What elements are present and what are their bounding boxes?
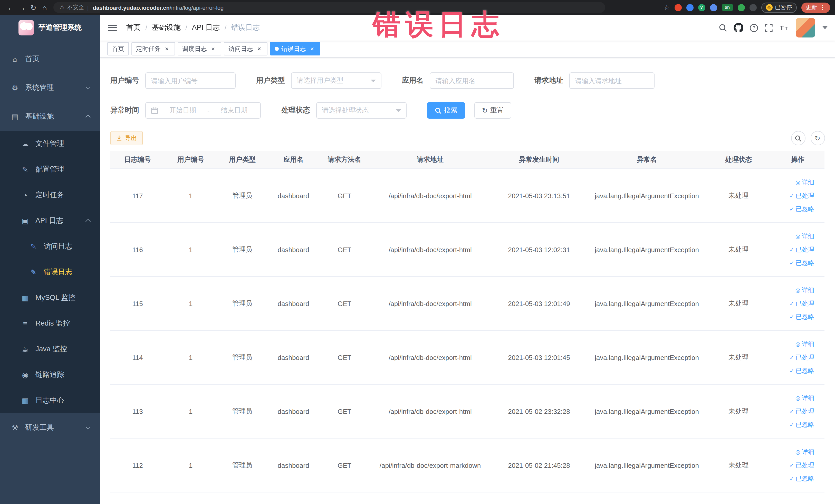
- user-id-label: 用户编号: [110, 76, 139, 85]
- sidebar-logo[interactable]: 芋道管理系统: [0, 15, 100, 41]
- browser-reload-icon[interactable]: ↻: [28, 3, 39, 12]
- tab-close-icon[interactable]: ×: [209, 45, 217, 53]
- sidebar-item-link-tracing[interactable]: ◉ 链路追踪: [0, 362, 100, 388]
- sidebar-item-home[interactable]: ⌂ 首页: [0, 45, 100, 74]
- breadcrumb-item[interactable]: 基础设施: [152, 23, 181, 32]
- request-url-input[interactable]: [569, 73, 655, 89]
- action-已忽略[interactable]: ✓已忽略: [790, 205, 814, 213]
- action-已处理[interactable]: ✓已处理: [790, 461, 814, 469]
- browser-back-icon[interactable]: ←: [5, 3, 16, 12]
- sidebar-item-file-management[interactable]: ☁ 文件管理: [0, 131, 100, 157]
- cell: GET: [319, 192, 370, 200]
- app-name-input[interactable]: [430, 73, 514, 89]
- action-详细[interactable]: ◎详细: [795, 340, 814, 348]
- tab-close-icon[interactable]: ×: [308, 45, 316, 53]
- cell: /api/infra/db-doc/export-html: [370, 300, 490, 307]
- font-size-icon[interactable]: TT: [779, 24, 789, 32]
- cell: 1: [165, 461, 217, 469]
- action-详细[interactable]: ◎详细: [795, 286, 814, 295]
- column-header: 请求方法名: [319, 155, 370, 164]
- action-已处理[interactable]: ✓已处理: [790, 353, 814, 362]
- github-icon[interactable]: [733, 23, 742, 32]
- action-已处理[interactable]: ✓已处理: [790, 407, 814, 416]
- breadcrumb-separator: /: [145, 24, 147, 32]
- action-已忽略[interactable]: ✓已忽略: [790, 313, 814, 321]
- sidebar-item-mysql-monitor[interactable]: ▦ MySQL 监控: [0, 285, 100, 311]
- action-已忽略[interactable]: ✓已忽略: [790, 259, 814, 267]
- browser-update-button[interactable]: 更新 ⋮: [801, 2, 830, 13]
- help-icon[interactable]: ?: [749, 23, 758, 32]
- cell: 未处理: [706, 245, 771, 254]
- action-已忽略[interactable]: ✓已忽略: [790, 420, 814, 429]
- cell: 未处理: [706, 299, 771, 308]
- chevron-down-icon: [396, 109, 401, 112]
- fullscreen-icon[interactable]: [765, 24, 772, 32]
- extension-red-icon[interactable]: [674, 4, 681, 11]
- cell: GET: [319, 407, 370, 415]
- action-详细[interactable]: ◎详细: [795, 232, 814, 241]
- paused-extension-pill[interactable]: ☺ 已暂停: [761, 2, 796, 13]
- table-row: 1121管理员dashboardGET/api/infra/db-doc/exp…: [110, 439, 824, 492]
- row-actions: ◎详细✓已处理✓已忽略: [771, 340, 824, 375]
- action-详细[interactable]: ◎详细: [795, 178, 814, 187]
- browser-forward-icon[interactable]: →: [16, 3, 28, 12]
- action-详细[interactable]: ◎详细: [795, 447, 814, 456]
- sidebar-item-dev-tools[interactable]: ⚒ 研发工具: [0, 414, 100, 442]
- extension-green-leaf-icon[interactable]: [737, 4, 745, 11]
- user-type-select[interactable]: 请选择用户类型: [291, 73, 382, 89]
- breadcrumb-item[interactable]: API 日志: [192, 23, 220, 32]
- sidebar-item-infrastructure[interactable]: ▤ 基础设施: [0, 102, 100, 131]
- tab-close-icon[interactable]: ×: [256, 45, 263, 53]
- tab-close-icon[interactable]: ×: [163, 45, 170, 53]
- search-icon[interactable]: [718, 24, 727, 32]
- user-avatar[interactable]: [795, 18, 815, 38]
- tab-调度日志[interactable]: 调度日志 ×: [178, 42, 221, 56]
- row-actions: ◎详细✓已处理✓已忽略: [771, 232, 824, 267]
- sidebar-item-error-logs[interactable]: ✎ 错误日志: [0, 259, 100, 285]
- sidebar-item-access-logs[interactable]: ✎ 访问日志: [0, 234, 100, 259]
- extension-green-circle-icon[interactable]: V: [698, 4, 705, 11]
- browser-home-icon[interactable]: ⌂: [39, 3, 50, 12]
- sidebar-item-api-logs[interactable]: ▣ API 日志: [0, 208, 100, 234]
- bookmark-star-icon[interactable]: ☆: [664, 4, 670, 11]
- user-id-input[interactable]: [145, 73, 236, 89]
- action-详细[interactable]: ◎详细: [795, 394, 814, 402]
- hamburger-icon[interactable]: [108, 24, 117, 31]
- avatar-caret-icon[interactable]: [822, 26, 827, 29]
- extension-blue-drop-icon[interactable]: [686, 4, 693, 11]
- search-icon: [795, 135, 801, 141]
- hide-search-button[interactable]: [791, 131, 805, 145]
- tab-错误日志[interactable]: 错误日志 ×: [270, 42, 320, 56]
- sidebar-item-redis-monitor[interactable]: ≡ Redis 监控: [0, 311, 100, 336]
- tab-定时任务[interactable]: 定时任务 ×: [131, 42, 175, 56]
- date-range-picker[interactable]: 开始日期 - 结束日期: [145, 102, 261, 119]
- breadcrumb-item[interactable]: 首页: [126, 23, 141, 32]
- sidebar-item-system-management[interactable]: ⚙ 系统管理: [0, 74, 100, 102]
- browser-menu-icon[interactable]: ⋮: [820, 4, 825, 11]
- start-date-placeholder: 开始日期: [162, 106, 204, 115]
- sidebar-item-java-monitor[interactable]: ☕ Java 监控: [0, 336, 100, 362]
- tab-访问日志[interactable]: 访问日志 ×: [224, 42, 267, 56]
- action-已处理[interactable]: ✓已处理: [790, 245, 814, 254]
- action-已处理[interactable]: ✓已处理: [790, 299, 814, 308]
- action-已处理[interactable]: ✓已处理: [790, 191, 814, 200]
- search-button[interactable]: 搜索: [427, 102, 465, 119]
- chevron-icon: [85, 84, 90, 89]
- filter-app-name: 应用名: [402, 73, 514, 89]
- export-button[interactable]: 导出: [110, 131, 143, 145]
- reset-button[interactable]: ↻ 重置: [474, 102, 511, 119]
- action-已忽略[interactable]: ✓已忽略: [790, 366, 814, 375]
- sidebar-item-log-center[interactable]: ▥ 日志中心: [0, 388, 100, 414]
- refresh-table-button[interactable]: ↻: [810, 131, 825, 145]
- tab-首页[interactable]: 首页: [107, 42, 129, 56]
- sidebar-item-scheduled-tasks[interactable]: ◔ 定时任务: [0, 182, 100, 208]
- sidebar-item-config-management[interactable]: ✎ 配置管理: [0, 157, 100, 182]
- table-row: 1161管理员dashboardGET/api/infra/db-doc/exp…: [110, 223, 824, 277]
- process-status-select[interactable]: 请选择处理状态: [316, 102, 407, 119]
- address-bar[interactable]: ⚠ 不安全 | dashboard.yudao.iocoder.cn/infra…: [54, 2, 605, 13]
- extension-on-badge-icon[interactable]: on: [721, 4, 733, 11]
- logo-avatar: [19, 20, 34, 36]
- extension-blue-grid-icon[interactable]: [710, 4, 717, 11]
- action-已忽略[interactable]: ✓已忽略: [790, 474, 814, 483]
- extension-dark-icon[interactable]: [749, 4, 756, 11]
